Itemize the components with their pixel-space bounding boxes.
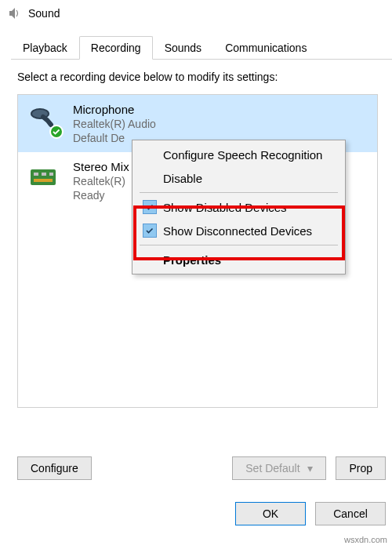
- device-info: Stereo Mix Realtek(R) Ready: [73, 160, 129, 202]
- configure-button[interactable]: Configure: [17, 456, 92, 480]
- ok-button[interactable]: OK: [235, 502, 306, 525]
- device-name: Stereo Mix: [73, 160, 129, 173]
- dialog-button-row: OK Cancel: [235, 502, 386, 525]
- checkmark-icon: [143, 224, 157, 238]
- soundcard-icon: [27, 160, 62, 195]
- svg-rect-5: [49, 173, 53, 176]
- svg-rect-3: [34, 173, 38, 176]
- watermark: wsxdn.com: [344, 535, 387, 544]
- device-status: Ready: [73, 189, 129, 202]
- tab-strip: Playback Recording Sounds Communications: [11, 36, 392, 60]
- svg-rect-6: [34, 179, 53, 182]
- device-driver: Realtek(R): [73, 175, 129, 187]
- blank-icon: [143, 171, 157, 185]
- blank-icon: [143, 253, 157, 267]
- set-default-button[interactable]: Set Default ▾: [232, 456, 326, 480]
- default-check-badge: [49, 125, 64, 139]
- menu-label: Properties: [163, 253, 221, 267]
- menu-label: Show Disabled Devices: [163, 201, 287, 214]
- menu-label: Disable: [163, 172, 202, 185]
- menu-label: Show Disconnected Devices: [163, 224, 312, 238]
- menu-show-disabled[interactable]: Show Disabled Devices: [135, 195, 343, 219]
- tab-sounds[interactable]: Sounds: [153, 36, 213, 59]
- device-name: Microphone: [73, 103, 156, 116]
- sound-window: Sound Playback Recording Sounds Communic…: [0, 0, 392, 549]
- speaker-icon: [8, 6, 22, 20]
- context-menu: Configure Speech Recognition Disable Sho…: [132, 140, 346, 274]
- titlebar: Sound: [0, 0, 392, 27]
- device-info: Microphone Realtek(R) Audio Default De: [73, 103, 156, 144]
- menu-separator: [140, 245, 338, 245]
- menu-configure-speech[interactable]: Configure Speech Recognition: [135, 143, 343, 166]
- chevron-down-icon: ▾: [307, 462, 313, 474]
- microphone-icon: [27, 103, 62, 137]
- button-label: Set Default: [245, 462, 299, 474]
- menu-properties[interactable]: Properties: [135, 248, 343, 271]
- blank-icon: [143, 147, 157, 162]
- checkmark-icon: [143, 200, 157, 214]
- menu-label: Configure Speech Recognition: [163, 148, 322, 162]
- properties-button[interactable]: Prop: [336, 456, 386, 480]
- svg-rect-2: [31, 169, 56, 185]
- window-title: Sound: [28, 7, 60, 20]
- device-driver: Realtek(R) Audio: [73, 118, 156, 130]
- tab-communications[interactable]: Communications: [213, 36, 318, 59]
- tab-recording[interactable]: Recording: [79, 36, 153, 60]
- menu-separator: [140, 192, 338, 193]
- menu-show-disconnected[interactable]: Show Disconnected Devices: [135, 219, 343, 242]
- menu-disable[interactable]: Disable: [135, 166, 343, 190]
- cancel-button[interactable]: Cancel: [315, 502, 386, 525]
- bottom-button-row: Configure Set Default ▾ Prop: [17, 456, 386, 480]
- svg-rect-4: [42, 173, 46, 176]
- tab-playback[interactable]: Playback: [11, 36, 79, 59]
- instruction-text: Select a recording device below to modif…: [17, 71, 392, 83]
